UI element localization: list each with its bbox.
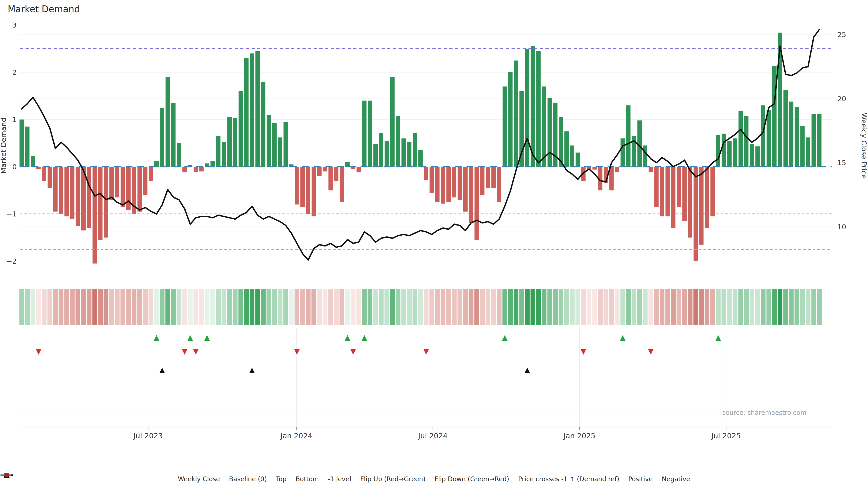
heatmap-cell xyxy=(744,289,749,325)
heatmap-cell xyxy=(25,289,30,325)
heatmap-cell xyxy=(446,289,451,325)
demand-bar-negative xyxy=(48,167,52,188)
demand-bar-positive xyxy=(407,142,411,167)
demand-bar-negative xyxy=(301,167,305,207)
demand-bar-negative xyxy=(137,167,142,212)
heatmap-cell xyxy=(480,289,485,325)
demand-bar-positive xyxy=(722,134,726,167)
demand-bar-negative xyxy=(149,167,153,181)
page-title: Market Demand xyxy=(8,4,80,14)
demand-bar-negative xyxy=(497,167,501,202)
demand-bar-positive xyxy=(727,141,732,167)
demand-bar-negative xyxy=(87,167,91,228)
legend-item: Flip Up (Red→Green) xyxy=(360,475,426,483)
heatmap-cell xyxy=(778,289,782,325)
legend-label: Flip Up (Red→Green) xyxy=(360,475,426,483)
heatmap-cell xyxy=(542,289,547,325)
heatmap-cell xyxy=(289,289,293,325)
demand-bar-positive xyxy=(216,136,220,167)
demand-bar-negative xyxy=(295,167,299,204)
demand-bar-negative xyxy=(446,167,451,202)
heatmap-cell xyxy=(81,289,86,325)
heatmap-cell xyxy=(553,289,558,325)
heatmap-cell xyxy=(548,289,552,325)
demand-bar-negative xyxy=(143,167,147,195)
demand-bar-negative xyxy=(64,167,69,216)
heatmap-cell xyxy=(536,289,541,325)
demand-bar-positive xyxy=(548,98,552,167)
demand-bar-negative xyxy=(649,167,653,172)
heatmap-cell xyxy=(508,289,513,325)
price-tick-label: 20 xyxy=(837,95,846,103)
heatmap-cell xyxy=(418,289,423,325)
demand-bar-negative xyxy=(356,167,361,172)
heatmap-cell xyxy=(396,289,401,325)
heatmap-cell xyxy=(311,289,316,325)
demand-bar-positive xyxy=(379,133,383,167)
heatmap-cell xyxy=(615,289,620,325)
heatmap-cell xyxy=(688,289,692,325)
market-demand-chart: Jul 2023Jan 2024Jul 2024Jan 2025Jul 2025… xyxy=(0,0,868,488)
heatmap-cell xyxy=(469,289,473,325)
demand-bar-positive xyxy=(177,143,181,167)
demand-bar-negative xyxy=(699,167,704,245)
price-cross-marker xyxy=(249,367,254,373)
demand-bar-negative xyxy=(110,167,114,200)
heatmap-cell xyxy=(42,289,46,325)
heatmap-cell xyxy=(64,289,69,325)
heatmap-cell xyxy=(216,289,221,325)
heatmap-cell xyxy=(783,289,788,325)
demand-bar-negative xyxy=(710,167,715,216)
demand-bar-positive xyxy=(418,150,423,167)
heatmap-cell xyxy=(48,289,52,325)
heatmap-cell xyxy=(665,289,670,325)
demand-bar-positive xyxy=(570,145,575,167)
flip-down-marker xyxy=(182,349,187,355)
circle-swatch-icon xyxy=(0,472,13,479)
demand-bar-positive xyxy=(564,131,569,167)
legend-label: Bottom xyxy=(296,475,319,483)
price-tick-label: 25 xyxy=(837,31,846,39)
heatmap-cell xyxy=(70,289,74,325)
demand-bar-positive xyxy=(733,138,737,167)
heatmap-cell xyxy=(677,289,681,325)
heatmap-cell xyxy=(384,289,389,325)
demand-bar-negative xyxy=(59,167,63,214)
demand-tick-label: −2 xyxy=(6,257,17,265)
heatmap-cell xyxy=(587,289,591,325)
flip-up-marker xyxy=(154,335,159,341)
heatmap-cell xyxy=(379,289,383,325)
heatmap-cell xyxy=(598,289,602,325)
demand-bar-negative xyxy=(682,167,687,221)
heatmap-cell xyxy=(800,289,805,325)
heatmap-cell xyxy=(221,289,226,325)
right-axis-title: Weekly Close Price xyxy=(860,113,868,179)
demand-bar-negative xyxy=(688,167,692,238)
demand-bar-negative xyxy=(491,167,496,188)
heatmap-cell xyxy=(53,289,58,325)
market-demand-dashboard: Jul 2023Jan 2024Jul 2024Jan 2025Jul 2025… xyxy=(0,0,868,488)
demand-bar-negative xyxy=(121,167,125,207)
legend-item: Flip Down (Green→Red) xyxy=(435,475,509,483)
heatmap-cell xyxy=(671,289,676,325)
heatmap-cell xyxy=(356,289,361,325)
heatmap-cell xyxy=(609,289,614,325)
flip-down-marker xyxy=(648,349,654,355)
demand-bar-negative xyxy=(654,167,658,207)
demand-bar-negative xyxy=(665,167,670,216)
demand-bar-negative xyxy=(452,167,456,197)
demand-tick-label: 3 xyxy=(12,21,17,29)
demand-bar-positive xyxy=(811,114,816,167)
heatmap-cell xyxy=(267,289,271,325)
heatmap-cell xyxy=(502,289,507,325)
demand-bar-positive xyxy=(626,105,630,167)
heatmap-cell xyxy=(721,289,726,325)
heatmap-cell xyxy=(92,289,97,325)
demand-bar-positive xyxy=(643,145,647,167)
heatmap-cell xyxy=(497,289,502,325)
heatmap-cell xyxy=(491,289,496,325)
heatmap-cell xyxy=(525,289,530,325)
flip-up-marker xyxy=(362,335,367,341)
demand-bar-positive xyxy=(211,161,215,167)
demand-bar-positive xyxy=(20,120,24,167)
